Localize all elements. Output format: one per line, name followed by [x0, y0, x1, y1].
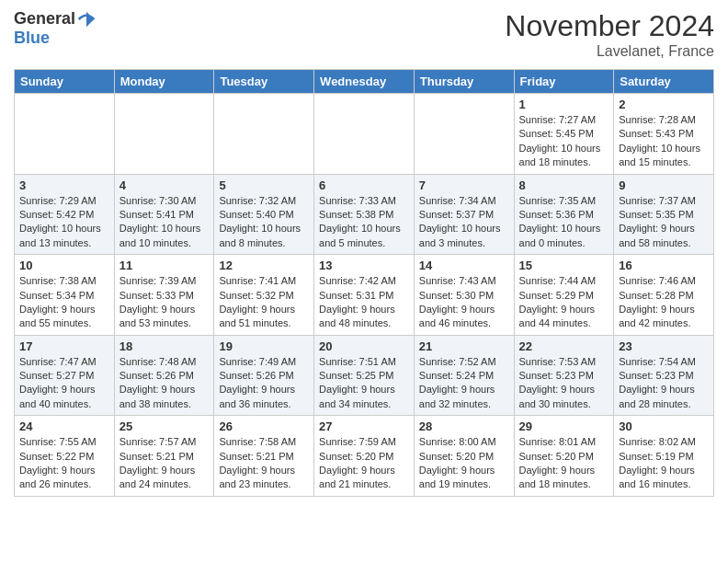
day-number: 6: [319, 178, 409, 192]
day-number: 2: [619, 98, 709, 111]
day-info: Sunrise: 8:01 AM Sunset: 5:20 PM Dayligh…: [519, 435, 609, 492]
day-info: Sunrise: 7:59 AM Sunset: 5:20 PM Dayligh…: [319, 435, 409, 492]
calendar-header-row: Sunday Monday Tuesday Wednesday Thursday…: [15, 70, 714, 94]
calendar-week-row: 3Sunrise: 7:29 AM Sunset: 5:42 PM Daylig…: [15, 174, 714, 255]
calendar-cell: 16Sunrise: 7:46 AM Sunset: 5:28 PM Dayli…: [614, 255, 714, 336]
calendar-table: Sunday Monday Tuesday Wednesday Thursday…: [14, 69, 714, 497]
day-number: 4: [119, 178, 210, 192]
calendar-cell: 12Sunrise: 7:41 AM Sunset: 5:32 PM Dayli…: [214, 255, 314, 336]
logo: General Blue: [14, 9, 96, 48]
calendar-cell: [314, 94, 415, 175]
col-friday: Friday: [514, 70, 614, 94]
day-number: 3: [19, 178, 109, 192]
day-info: Sunrise: 7:58 AM Sunset: 5:21 PM Dayligh…: [219, 435, 309, 492]
day-number: 23: [619, 339, 709, 353]
calendar-cell: 18Sunrise: 7:48 AM Sunset: 5:26 PM Dayli…: [114, 335, 214, 416]
calendar-cell: 14Sunrise: 7:43 AM Sunset: 5:30 PM Dayli…: [414, 255, 514, 336]
col-monday: Monday: [114, 70, 214, 94]
calendar-cell: 26Sunrise: 7:58 AM Sunset: 5:21 PM Dayli…: [214, 416, 314, 497]
calendar-cell: 2Sunrise: 7:28 AM Sunset: 5:43 PM Daylig…: [614, 94, 714, 175]
calendar-week-row: 10Sunrise: 7:38 AM Sunset: 5:34 PM Dayli…: [15, 255, 714, 336]
day-info: Sunrise: 7:39 AM Sunset: 5:33 PM Dayligh…: [119, 274, 210, 331]
day-info: Sunrise: 7:49 AM Sunset: 5:26 PM Dayligh…: [219, 355, 309, 412]
page-header: General Blue November 2024 Lavelanet, Fr…: [14, 9, 714, 60]
calendar-cell: 28Sunrise: 8:00 AM Sunset: 5:20 PM Dayli…: [414, 416, 514, 497]
calendar-cell: 20Sunrise: 7:51 AM Sunset: 5:25 PM Dayli…: [314, 335, 415, 416]
day-info: Sunrise: 7:47 AM Sunset: 5:27 PM Dayligh…: [19, 355, 109, 412]
calendar-cell: 22Sunrise: 7:53 AM Sunset: 5:23 PM Dayli…: [514, 335, 614, 416]
day-number: 24: [19, 419, 109, 433]
calendar-cell: 24Sunrise: 7:55 AM Sunset: 5:22 PM Dayli…: [15, 416, 115, 497]
calendar-cell: 8Sunrise: 7:35 AM Sunset: 5:36 PM Daylig…: [514, 174, 614, 255]
calendar-cell: 15Sunrise: 7:44 AM Sunset: 5:29 PM Dayli…: [514, 255, 614, 336]
day-number: 29: [519, 419, 609, 433]
logo-general-text: General: [14, 9, 75, 29]
day-info: Sunrise: 7:48 AM Sunset: 5:26 PM Dayligh…: [119, 355, 210, 412]
day-number: 10: [19, 259, 109, 272]
day-info: Sunrise: 7:38 AM Sunset: 5:34 PM Dayligh…: [19, 274, 109, 331]
day-number: 15: [519, 259, 609, 272]
day-number: 11: [119, 259, 210, 272]
day-info: Sunrise: 7:30 AM Sunset: 5:41 PM Dayligh…: [119, 194, 210, 251]
calendar-cell: 3Sunrise: 7:29 AM Sunset: 5:42 PM Daylig…: [15, 174, 115, 255]
calendar-cell: 19Sunrise: 7:49 AM Sunset: 5:26 PM Dayli…: [214, 335, 314, 416]
day-number: 16: [619, 259, 709, 272]
calendar-week-row: 17Sunrise: 7:47 AM Sunset: 5:27 PM Dayli…: [15, 335, 714, 416]
day-number: 7: [419, 178, 509, 192]
col-thursday: Thursday: [414, 70, 514, 94]
day-info: Sunrise: 7:37 AM Sunset: 5:35 PM Dayligh…: [619, 194, 709, 251]
day-info: Sunrise: 7:52 AM Sunset: 5:24 PM Dayligh…: [419, 355, 509, 412]
calendar-cell: 30Sunrise: 8:02 AM Sunset: 5:19 PM Dayli…: [614, 416, 714, 497]
day-info: Sunrise: 7:32 AM Sunset: 5:40 PM Dayligh…: [219, 194, 309, 251]
day-number: 25: [119, 419, 210, 433]
day-number: 21: [419, 339, 509, 353]
calendar-cell: 4Sunrise: 7:30 AM Sunset: 5:41 PM Daylig…: [114, 174, 214, 255]
day-info: Sunrise: 7:35 AM Sunset: 5:36 PM Dayligh…: [519, 194, 609, 251]
calendar-cell: 5Sunrise: 7:32 AM Sunset: 5:40 PM Daylig…: [214, 174, 314, 255]
title-area: November 2024 Lavelanet, France: [505, 9, 714, 60]
calendar-cell: 7Sunrise: 7:34 AM Sunset: 5:37 PM Daylig…: [414, 174, 514, 255]
calendar-cell: 29Sunrise: 8:01 AM Sunset: 5:20 PM Dayli…: [514, 416, 614, 497]
calendar-cell: 21Sunrise: 7:52 AM Sunset: 5:24 PM Dayli…: [414, 335, 514, 416]
day-info: Sunrise: 7:41 AM Sunset: 5:32 PM Dayligh…: [219, 274, 309, 331]
day-info: Sunrise: 7:55 AM Sunset: 5:22 PM Dayligh…: [19, 435, 109, 492]
day-info: Sunrise: 7:33 AM Sunset: 5:38 PM Dayligh…: [319, 194, 409, 251]
day-info: Sunrise: 7:57 AM Sunset: 5:21 PM Dayligh…: [119, 435, 210, 492]
calendar-cell: 9Sunrise: 7:37 AM Sunset: 5:35 PM Daylig…: [614, 174, 714, 255]
day-number: 14: [419, 259, 509, 272]
day-info: Sunrise: 8:02 AM Sunset: 5:19 PM Dayligh…: [619, 435, 709, 492]
day-info: Sunrise: 7:29 AM Sunset: 5:42 PM Dayligh…: [19, 194, 109, 251]
day-info: Sunrise: 8:00 AM Sunset: 5:20 PM Dayligh…: [419, 435, 509, 492]
day-info: Sunrise: 7:28 AM Sunset: 5:43 PM Dayligh…: [619, 113, 709, 170]
day-info: Sunrise: 7:34 AM Sunset: 5:37 PM Dayligh…: [419, 194, 509, 251]
calendar-cell: 13Sunrise: 7:42 AM Sunset: 5:31 PM Dayli…: [314, 255, 415, 336]
logo-blue-text: Blue: [14, 29, 96, 48]
col-tuesday: Tuesday: [214, 70, 314, 94]
day-number: 26: [219, 419, 309, 433]
day-info: Sunrise: 7:46 AM Sunset: 5:28 PM Dayligh…: [619, 274, 709, 331]
day-number: 18: [119, 339, 210, 353]
calendar-cell: [114, 94, 214, 175]
day-info: Sunrise: 7:54 AM Sunset: 5:23 PM Dayligh…: [619, 355, 709, 412]
day-number: 12: [219, 259, 309, 272]
calendar-cell: 10Sunrise: 7:38 AM Sunset: 5:34 PM Dayli…: [15, 255, 115, 336]
month-title: November 2024: [505, 9, 714, 43]
day-number: 13: [319, 259, 409, 272]
day-number: 1: [519, 98, 609, 111]
logo-icon: [77, 10, 96, 29]
calendar-cell: 27Sunrise: 7:59 AM Sunset: 5:20 PM Dayli…: [314, 416, 415, 497]
day-number: 30: [619, 419, 709, 433]
day-number: 19: [219, 339, 309, 353]
day-info: Sunrise: 7:43 AM Sunset: 5:30 PM Dayligh…: [419, 274, 509, 331]
calendar-cell: 25Sunrise: 7:57 AM Sunset: 5:21 PM Dayli…: [114, 416, 214, 497]
day-number: 28: [419, 419, 509, 433]
day-number: 9: [619, 178, 709, 192]
calendar-week-row: 1Sunrise: 7:27 AM Sunset: 5:45 PM Daylig…: [15, 94, 714, 175]
col-saturday: Saturday: [614, 70, 714, 94]
calendar-cell: [214, 94, 314, 175]
day-number: 17: [19, 339, 109, 353]
location: Lavelanet, France: [505, 43, 714, 60]
calendar-week-row: 24Sunrise: 7:55 AM Sunset: 5:22 PM Dayli…: [15, 416, 714, 497]
calendar-cell: [15, 94, 115, 175]
day-info: Sunrise: 7:44 AM Sunset: 5:29 PM Dayligh…: [519, 274, 609, 331]
